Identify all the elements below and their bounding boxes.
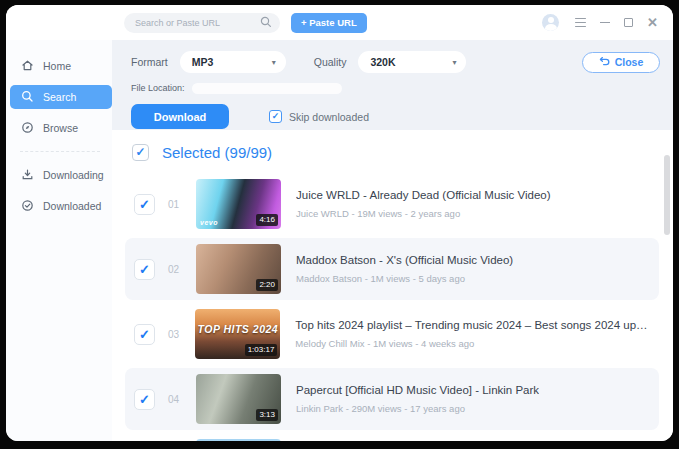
skip-downloaded-label: Skip downloaded (289, 111, 369, 123)
selected-count-label: Selected (99/99) (162, 144, 272, 161)
video-row-partial[interactable] (125, 433, 659, 441)
video-meta: Maddox Batson - 1M views - 5 days ago (296, 273, 513, 284)
quality-select[interactable]: 320K ▾ (358, 51, 466, 73)
undo-arrow-icon (599, 56, 610, 68)
row-number: 01 (168, 199, 183, 210)
row-checkbox[interactable]: ✓ (134, 389, 155, 410)
sidebar: Home Search Browse Downloading (6, 40, 112, 441)
sidebar-item-search[interactable]: Search (10, 85, 112, 109)
row-number: 03 (168, 329, 182, 340)
row-checkbox[interactable]: ✓ (134, 324, 155, 345)
window-controls: ✕ (575, 16, 658, 29)
video-title: Maddox Batson - X's (Official Music Vide… (296, 254, 513, 266)
video-list: ✓ Selected (99/99) ✓ 01 vevo 4:16 Juice … (112, 130, 673, 441)
format-label: Formart (131, 56, 168, 68)
sidebar-item-label: Downloading (43, 169, 104, 181)
compass-icon (21, 121, 34, 136)
video-meta: Juice WRLD - 19M views - 2 years ago (296, 208, 551, 219)
chevron-down-icon: ▾ (452, 58, 456, 67)
row-checkbox[interactable]: ✓ (134, 259, 155, 280)
maximize-icon[interactable] (624, 18, 633, 27)
duration-badge: 4:16 (256, 214, 278, 226)
row-number: 04 (168, 394, 183, 405)
video-meta: Linkin Park - 290M views - 17 years ago (296, 403, 539, 414)
format-value: MP3 (192, 56, 214, 68)
video-meta: Melody Chill Mix - 1M views - 4 weeks ag… (295, 338, 649, 349)
video-thumbnail[interactable]: 3:13 (196, 374, 281, 424)
file-location-label: File Location: (131, 83, 185, 93)
rows-container: ✓ 01 vevo 4:16 Juice WRLD - Already Dead… (125, 173, 659, 441)
user-avatar[interactable] (542, 14, 559, 31)
download-icon (21, 168, 34, 183)
options-panel: Formart MP3 ▾ Quality 320K ▾ (112, 40, 673, 130)
video-info: Juice WRLD - Already Dead (Official Musi… (296, 189, 551, 219)
search-nav-icon (21, 90, 34, 105)
minimize-icon[interactable] (600, 22, 610, 24)
quality-label: Quality (314, 56, 347, 68)
video-row[interactable]: ✓ 03 TOP HITS 2024 1:03:17 Top hits 2024… (125, 303, 659, 365)
sidebar-divider (20, 151, 100, 152)
content: Formart MP3 ▾ Quality 320K ▾ (112, 40, 673, 441)
video-row[interactable]: ✓ 04 3:13 Papercut [Official HD Music Vi… (125, 368, 659, 430)
avatar-body (545, 24, 557, 31)
video-thumbnail[interactable]: TOP HITS 2024 1:03:17 (195, 309, 280, 359)
video-info: Papercut [Official HD Music Video] - Lin… (296, 384, 539, 414)
sidebar-item-downloading[interactable]: Downloading (6, 163, 112, 187)
quality-value: 320K (370, 56, 395, 68)
format-select[interactable]: MP3 ▾ (180, 51, 286, 73)
vevo-badge: vevo (200, 219, 218, 226)
search-bar[interactable] (124, 13, 280, 33)
file-location-input[interactable] (192, 83, 342, 94)
video-info: Maddox Batson - X's (Official Music Vide… (296, 254, 513, 284)
sidebar-item-label: Browse (43, 122, 78, 134)
row-number: 02 (168, 264, 183, 275)
close-panel-label: Close (615, 56, 644, 68)
menu-icon[interactable] (575, 18, 586, 27)
duration-badge: 2:20 (256, 279, 278, 291)
scrollbar-thumb[interactable] (664, 155, 670, 235)
close-panel-button[interactable]: Close (582, 52, 660, 73)
sidebar-item-label: Search (43, 91, 76, 103)
video-row[interactable]: ✓ 01 vevo 4:16 Juice WRLD - Already Dead… (125, 173, 659, 235)
skip-downloaded-option[interactable]: ✓ Skip downloaded (269, 110, 369, 123)
search-icon (260, 14, 272, 32)
video-title: Papercut [Official HD Music Video] - Lin… (296, 384, 539, 396)
avatar-head (548, 17, 554, 23)
chevron-down-icon: ▾ (272, 58, 276, 67)
video-info: Top hits 2024 playlist – Trending music … (295, 319, 649, 349)
video-thumbnail[interactable]: vevo 4:16 (196, 179, 281, 229)
row-checkbox[interactable]: ✓ (134, 194, 155, 215)
home-icon (21, 59, 34, 74)
sidebar-item-label: Downloaded (43, 200, 101, 212)
app-window: + Paste URL ✕ Home Se (6, 5, 673, 441)
video-row[interactable]: ✓ 02 2:20 Maddox Batson - X's (Official … (125, 238, 659, 300)
sidebar-item-home[interactable]: Home (6, 54, 112, 78)
titlebar: + Paste URL ✕ (6, 5, 673, 40)
duration-badge: 1:03:17 (245, 344, 278, 356)
check-circle-icon (21, 199, 34, 214)
paste-url-button[interactable]: + Paste URL (291, 13, 367, 33)
sidebar-item-downloaded[interactable]: Downloaded (6, 194, 112, 218)
duration-badge: 3:13 (256, 409, 278, 421)
close-window-icon[interactable]: ✕ (647, 16, 658, 29)
sidebar-item-label: Home (43, 60, 71, 72)
select-all-checkbox[interactable]: ✓ (132, 144, 149, 161)
main-area: Home Search Browse Downloading (6, 40, 673, 441)
download-button[interactable]: Download (131, 104, 229, 129)
sidebar-item-browse[interactable]: Browse (6, 116, 112, 140)
video-title: Top hits 2024 playlist – Trending music … (295, 319, 649, 331)
video-thumbnail[interactable]: 2:20 (196, 244, 281, 294)
search-input[interactable] (135, 18, 260, 28)
video-thumbnail[interactable] (196, 439, 281, 441)
list-header: ✓ Selected (99/99) (125, 140, 659, 164)
skip-downloaded-checkbox[interactable]: ✓ (269, 110, 282, 123)
video-title: Juice WRLD - Already Dead (Official Musi… (296, 189, 551, 201)
thumbnail-overlay-text: TOP HITS 2024 (195, 323, 280, 335)
